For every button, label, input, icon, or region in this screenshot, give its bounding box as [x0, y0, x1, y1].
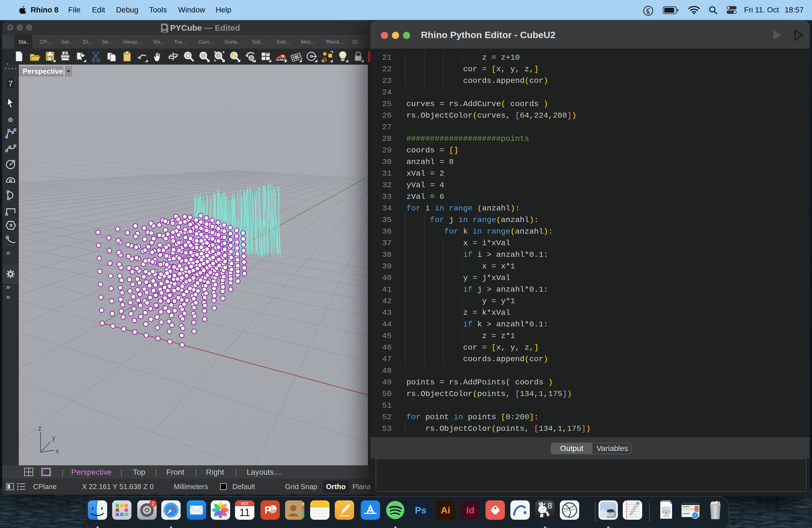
- svg-text:z: z: [38, 424, 42, 432]
- svg-text:Id: Id: [466, 505, 475, 515]
- svg-text:P: P: [265, 504, 272, 516]
- svg-text:3dm: 3dm: [163, 31, 166, 32]
- svg-text:Ps: Ps: [415, 505, 426, 515]
- svg-text:2: 2: [151, 501, 155, 507]
- svg-text:11: 11: [239, 507, 250, 518]
- svg-text:x: x: [56, 447, 59, 455]
- svg-text:Ai: Ai: [441, 505, 450, 515]
- svg-text:8: 8: [547, 501, 552, 511]
- svg-text:y: y: [52, 434, 56, 442]
- svg-text:OCT: OCT: [241, 501, 249, 505]
